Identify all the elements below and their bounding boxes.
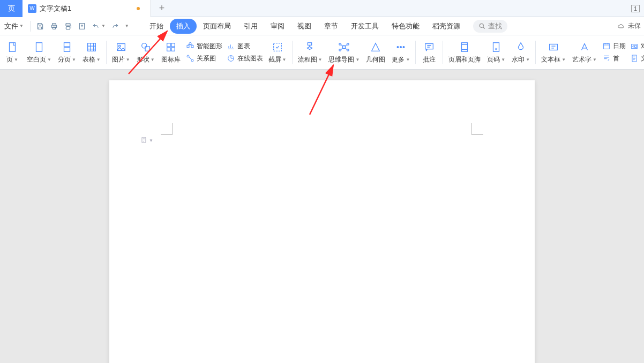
page-icon — [6, 40, 18, 54]
menu-tab-section[interactable]: 章节 — [318, 19, 345, 34]
menu-tab-devtools[interactable]: 开发工具 — [345, 19, 385, 34]
menu-tab-review[interactable]: 审阅 — [264, 19, 291, 34]
chevron-down-icon: ▼ — [126, 57, 130, 62]
cloud-icon[interactable] — [617, 22, 625, 30]
svg-marker-23 — [308, 47, 312, 50]
save-icon[interactable] — [36, 22, 44, 31]
ribbon-txt-button[interactable]: 文 — [630, 54, 644, 63]
ribbon-mind-button[interactable]: 思维导图▼ — [325, 36, 363, 69]
relation-icon — [186, 54, 194, 63]
ribbon-group: 图表在线图表 — [224, 42, 265, 63]
ribbon-label: 图表 — [237, 42, 250, 51]
ribbon-relation-button[interactable]: 关系图 — [186, 54, 222, 63]
page-options-button[interactable]: ▼ — [140, 136, 153, 145]
chevron-down-icon: ▼ — [151, 57, 155, 62]
ribbon-shapes-button[interactable]: 形状▼ — [133, 36, 158, 69]
menu-tab-docer[interactable]: 稻壳资源 — [426, 19, 467, 34]
ribbon-textbox-button[interactable]: 文本框▼ — [538, 36, 569, 69]
undo-icon[interactable]: ▼ — [92, 22, 106, 31]
ribbon-group: 智能图形关系图 — [184, 42, 224, 63]
search-box[interactable]: 查找 — [473, 20, 507, 33]
textbox-icon — [548, 40, 559, 54]
ribbon-screenshot-button[interactable]: 截屏▼ — [265, 36, 290, 69]
chevron-down-icon: ▼ — [318, 57, 323, 62]
ribbon-label: 关系图 — [197, 54, 216, 63]
ribbon-more-button[interactable]: 更多▼ — [388, 36, 413, 69]
menu-file[interactable]: 文件 ▼ — [0, 21, 28, 31]
menu-tab-references[interactable]: 引用 — [237, 19, 264, 34]
ribbon-obj-button[interactable]: 对象▼ — [630, 42, 644, 51]
chevron-down-icon: ▼ — [501, 57, 505, 62]
ribbon-break-button[interactable]: 分页▼ — [55, 36, 79, 69]
menu-tab-start[interactable]: 开始 — [143, 19, 170, 34]
svg-text:#: # — [495, 47, 498, 51]
obj-icon — [630, 42, 639, 50]
ribbon-table-button[interactable]: 表格▼ — [79, 36, 104, 69]
chevron-down-icon: ▼ — [14, 57, 18, 62]
export-icon[interactable] — [78, 22, 86, 31]
redo-icon[interactable] — [111, 22, 119, 31]
ribbon-label: 更多 — [392, 55, 405, 64]
menu-tab-insert[interactable]: 插入 — [170, 19, 197, 34]
ribbon-chart-button[interactable]: 图表 — [227, 42, 263, 51]
shapes-icon — [140, 40, 152, 54]
ribbon-smart-button[interactable]: 智能图形 — [186, 42, 222, 51]
ribbon-label: 分页 — [58, 55, 71, 64]
tab-add-button[interactable]: + — [151, 3, 173, 14]
watermark-icon — [515, 40, 527, 54]
svg-rect-38 — [604, 43, 610, 49]
search-label: 查找 — [488, 21, 502, 31]
ribbon-echart-button[interactable]: 在线图表 — [227, 54, 263, 63]
menu-tab-layout[interactable]: 页面布局 — [197, 19, 237, 34]
ribbon-label: 批注 — [423, 55, 436, 64]
ribbon-comment-button[interactable]: 批注 — [418, 36, 440, 69]
ribbon-blank-button[interactable]: 空白页▼ — [24, 36, 55, 69]
date-icon — [602, 42, 611, 50]
chevron-down-icon: ▼ — [47, 57, 51, 62]
svg-rect-3 — [36, 43, 42, 52]
margin-corner-icon — [471, 123, 483, 135]
menu-tab-view[interactable]: 视图 — [291, 19, 318, 34]
ribbon-flow-button[interactable]: 流程图▼ — [295, 36, 326, 69]
ribbon-watermark-button[interactable]: 水印▼ — [508, 36, 533, 69]
svg-point-27 — [339, 49, 341, 51]
ribbon-drop-button[interactable]: 首 — [602, 54, 626, 63]
ribbon-label: 页眉和页脚 — [448, 55, 481, 64]
ribbon-page-button[interactable]: 页▼ — [1, 36, 24, 69]
break-icon — [61, 40, 73, 54]
word-icon: W — [28, 4, 36, 13]
chart-icon — [227, 42, 235, 50]
print-icon[interactable] — [64, 22, 72, 31]
ribbon-wordart-button[interactable]: 艺术字▼ — [569, 36, 600, 69]
unsaved-label: 未保 — [628, 21, 641, 31]
ribbon-label: 日期 — [613, 42, 626, 51]
qat-more-icon[interactable]: ▼ — [125, 24, 129, 28]
svg-point-8 — [118, 45, 121, 47]
ribbon-hf-button[interactable]: 页眉和页脚 — [445, 36, 484, 69]
ribbon-image-button[interactable]: 图片▼ — [109, 36, 133, 69]
ribbon-label: 截屏 — [268, 55, 281, 64]
ribbon-label: 图片 — [112, 55, 125, 64]
ribbon-pagenum-button[interactable]: #页码▼ — [484, 36, 508, 69]
ribbon-label: 流程图 — [298, 55, 317, 64]
unsaved-dot-icon — [137, 7, 140, 10]
ribbon-label: 在线图表 — [237, 54, 263, 63]
svg-marker-29 — [372, 43, 380, 51]
print-preview-icon[interactable] — [50, 22, 58, 31]
tab-home[interactable]: 页 — [0, 0, 23, 17]
menu-tab-features[interactable]: 特色功能 — [385, 19, 426, 34]
ribbon-label: 对象 — [641, 42, 644, 51]
mind-icon — [338, 40, 350, 54]
ribbon-date-button[interactable]: 日期 — [602, 42, 626, 51]
tab-right: 1 — [628, 5, 644, 12]
svg-rect-13 — [167, 48, 170, 51]
tab-document[interactable]: W 文字文稿1 — [23, 0, 151, 17]
svg-rect-11 — [167, 43, 170, 47]
ribbon-iconlib-button[interactable]: 图标库 — [158, 36, 184, 69]
ribbon-label: 页 — [6, 55, 13, 64]
document-area[interactable]: ▼ — [0, 70, 644, 363]
menu-file-label: 文件 — [4, 21, 18, 31]
document-page[interactable]: ▼ — [109, 80, 535, 363]
ribbon-geom-button[interactable]: 几何图 — [363, 36, 388, 69]
svg-rect-41 — [635, 46, 636, 48]
